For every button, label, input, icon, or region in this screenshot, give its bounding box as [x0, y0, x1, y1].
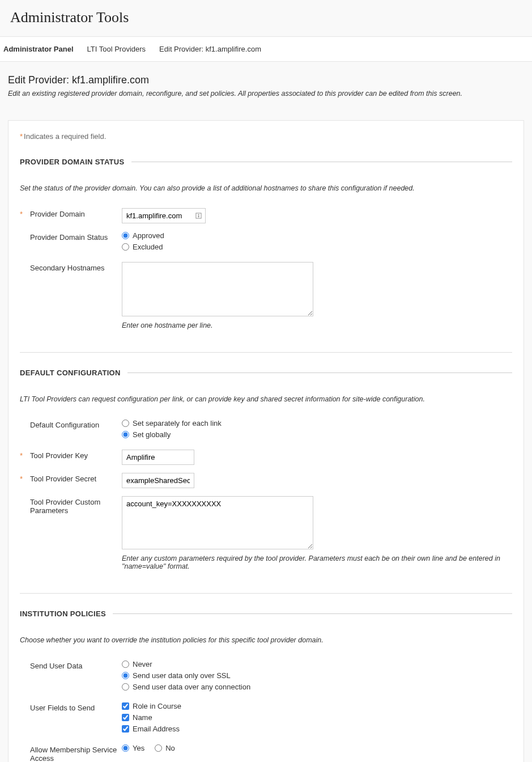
provider-domain-input[interactable]: [122, 209, 195, 223]
radio-membership-no[interactable]: [155, 744, 162, 752]
checkbox-name[interactable]: [122, 714, 129, 721]
custom-parameters-textarea[interactable]: account_key=XXXXXXXXXX: [122, 496, 313, 549]
radio-label-global: Set globally: [133, 430, 171, 439]
divider: [20, 352, 512, 353]
label-provider-domain: *Provider Domain: [20, 208, 122, 218]
page-description: Edit an existing registered provider dom…: [8, 90, 524, 98]
checkbox-email[interactable]: [122, 725, 129, 733]
radio-label-no: No: [165, 744, 175, 752]
radio-label-any: Send user data over any connection: [133, 683, 250, 691]
radio-userdata-ssl[interactable]: [122, 672, 129, 679]
svg-rect-2: [198, 216, 199, 218]
checkbox-role[interactable]: [122, 702, 129, 710]
form-panel: *Indicates a required field. PROVIDER DO…: [8, 120, 524, 762]
tool-provider-secret-input[interactable]: [122, 473, 194, 488]
label-send-user-data: Send User Data: [20, 660, 122, 670]
radio-label-excluded: Excluded: [133, 243, 163, 251]
radio-status-approved[interactable]: [122, 232, 129, 239]
svg-rect-1: [198, 214, 199, 215]
breadcrumb-current: Edit Provider: kf1.amplifire.com: [159, 45, 261, 53]
radio-label-approved: Approved: [133, 231, 164, 240]
help-custom-parameters: Enter any custom parameters required by …: [122, 554, 512, 570]
radio-membership-yes[interactable]: [122, 744, 129, 752]
section-header-provider-status: PROVIDER DOMAIN STATUS: [20, 158, 512, 166]
checkbox-label-role: Role in Course: [133, 702, 181, 710]
section-desc-provider-status: Set the status of the provider domain. Y…: [20, 184, 512, 192]
radio-label-never: Never: [133, 660, 152, 668]
required-field-note: *Indicates a required field.: [20, 132, 512, 141]
tool-provider-key-input[interactable]: [122, 450, 194, 465]
label-tool-provider-key: *Tool Provider Key: [20, 450, 122, 460]
label-tool-provider-secret: *Tool Provider Secret: [20, 473, 122, 483]
checkbox-label-email: Email Address: [133, 725, 180, 733]
radio-label-separate: Set separately for each link: [133, 419, 222, 427]
divider: [20, 593, 512, 594]
breadcrumb-lti-providers[interactable]: LTI Tool Providers: [87, 45, 146, 53]
label-provider-status: Provider Domain Status: [20, 231, 122, 242]
radio-config-global[interactable]: [122, 431, 129, 438]
help-secondary-hostnames: Enter one hostname per line.: [122, 321, 512, 329]
required-star-icon: *: [20, 132, 23, 141]
radio-status-excluded[interactable]: [122, 243, 129, 251]
radio-userdata-never[interactable]: [122, 661, 129, 668]
label-custom-parameters: Tool Provider Custom Parameters: [20, 496, 122, 515]
label-membership-access: Allow Membership Service Access: [20, 744, 122, 762]
section-desc-default-config: LTI Tool Providers can request configura…: [20, 395, 512, 403]
radio-label-ssl: Send user data only over SSL: [133, 671, 231, 680]
checkbox-label-name: Name: [133, 713, 152, 722]
page-main-title: Administrator Tools: [0, 0, 532, 36]
radio-config-separate[interactable]: [122, 420, 129, 427]
section-desc-institution-policies: Choose whether you want to override the …: [20, 636, 512, 644]
breadcrumb-admin-panel[interactable]: Administrator Panel: [3, 45, 74, 53]
page-title: Edit Provider: kf1.amplifire.com: [8, 74, 524, 86]
radio-label-yes: Yes: [133, 744, 144, 752]
secondary-hostnames-textarea[interactable]: [122, 262, 313, 316]
label-default-configuration: Default Configuration: [20, 419, 122, 429]
section-header-default-config: DEFAULT CONFIGURATION: [20, 369, 512, 377]
section-header-institution-policies: INSTITUTION POLICIES: [20, 609, 512, 618]
label-user-fields: User Fields to Send: [20, 702, 122, 712]
input-info-icon: [195, 213, 205, 219]
label-secondary-hostnames: Secondary Hostnames: [20, 262, 122, 272]
radio-userdata-any[interactable]: [122, 683, 129, 691]
breadcrumb: Administrator Panel LTI Tool Providers E…: [0, 36, 532, 62]
